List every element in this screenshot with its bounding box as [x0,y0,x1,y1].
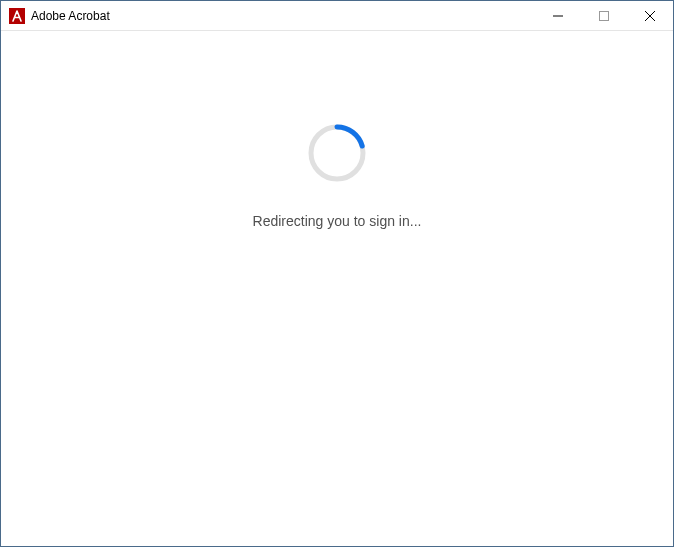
acrobat-icon [9,8,25,24]
minimize-button[interactable] [535,1,581,30]
window-title: Adobe Acrobat [31,9,535,23]
loading-spinner-icon [305,121,369,185]
close-icon [645,11,655,21]
window-controls [535,1,673,30]
content-area: Redirecting you to sign in... [1,31,673,546]
maximize-button[interactable] [581,1,627,30]
close-button[interactable] [627,1,673,30]
minimize-icon [553,11,563,21]
titlebar: Adobe Acrobat [1,1,673,31]
svg-rect-1 [600,11,609,20]
maximize-icon [599,11,609,21]
status-text: Redirecting you to sign in... [253,213,422,229]
window: Adobe Acrobat [0,0,674,547]
